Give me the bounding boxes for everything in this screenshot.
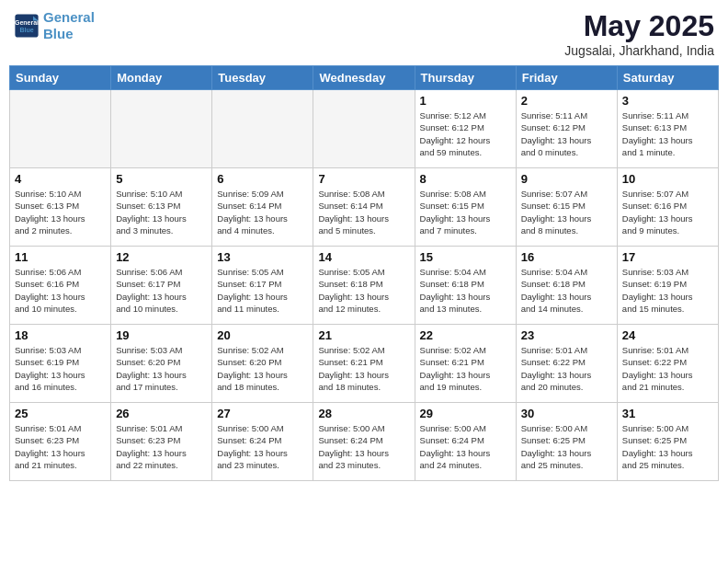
day-number: 24 — [622, 328, 713, 342]
day-number: 25 — [15, 407, 106, 420]
calendar-cell: 4Sunrise: 5:10 AM Sunset: 6:13 PM Daylig… — [10, 168, 111, 247]
day-info: Sunrise: 5:01 AM Sunset: 6:23 PM Dayligh… — [116, 422, 207, 471]
calendar-cell — [313, 90, 415, 168]
calendar-cell: 13Sunrise: 5:05 AM Sunset: 6:17 PM Dayli… — [212, 247, 313, 325]
day-number: 4 — [15, 172, 106, 186]
weekday-header-monday: Monday — [111, 66, 212, 90]
day-info: Sunrise: 5:11 AM Sunset: 6:13 PM Dayligh… — [622, 109, 713, 158]
day-number: 2 — [521, 94, 612, 108]
day-info: Sunrise: 5:11 AM Sunset: 6:12 PM Dayligh… — [521, 109, 612, 158]
calendar-cell — [212, 90, 313, 168]
day-number: 1 — [420, 94, 511, 108]
calendar-cell: 23Sunrise: 5:01 AM Sunset: 6:22 PM Dayli… — [516, 325, 617, 403]
calendar-cell: 1Sunrise: 5:12 AM Sunset: 6:12 PM Daylig… — [415, 90, 516, 168]
calendar-cell: 24Sunrise: 5:01 AM Sunset: 6:22 PM Dayli… — [617, 325, 718, 403]
weekday-header-friday: Friday — [516, 66, 617, 90]
day-number: 6 — [217, 172, 308, 186]
day-number: 27 — [217, 407, 308, 420]
day-info: Sunrise: 5:03 AM Sunset: 6:20 PM Dayligh… — [116, 344, 207, 393]
day-number: 9 — [521, 172, 612, 186]
calendar-cell: 9Sunrise: 5:07 AM Sunset: 6:15 PM Daylig… — [516, 168, 617, 247]
week-row-3: 11Sunrise: 5:06 AM Sunset: 6:16 PM Dayli… — [10, 247, 719, 325]
day-info: Sunrise: 5:08 AM Sunset: 6:15 PM Dayligh… — [420, 188, 511, 236]
day-info: Sunrise: 5:06 AM Sunset: 6:17 PM Dayligh… — [116, 266, 207, 315]
calendar-cell: 14Sunrise: 5:05 AM Sunset: 6:18 PM Dayli… — [313, 247, 415, 325]
calendar-cell: 10Sunrise: 5:07 AM Sunset: 6:16 PM Dayli… — [617, 168, 718, 247]
calendar-cell: 12Sunrise: 5:06 AM Sunset: 6:17 PM Dayli… — [111, 247, 212, 325]
day-number: 23 — [521, 328, 612, 342]
day-number: 14 — [318, 250, 409, 264]
day-info: Sunrise: 5:00 AM Sunset: 6:24 PM Dayligh… — [420, 422, 511, 471]
weekday-header-thursday: Thursday — [415, 66, 516, 90]
day-info: Sunrise: 5:02 AM Sunset: 6:21 PM Dayligh… — [318, 344, 409, 393]
weekday-header-wednesday: Wednesday — [313, 66, 415, 90]
day-info: Sunrise: 5:01 AM Sunset: 6:23 PM Dayligh… — [15, 422, 106, 471]
calendar-cell: 5Sunrise: 5:10 AM Sunset: 6:13 PM Daylig… — [111, 168, 212, 247]
day-number: 17 — [622, 250, 713, 264]
day-number: 18 — [15, 328, 106, 342]
day-number: 21 — [318, 328, 409, 342]
day-number: 19 — [116, 328, 207, 342]
logo: General Blue GeneralBlue — [14, 9, 95, 42]
day-info: Sunrise: 5:03 AM Sunset: 6:19 PM Dayligh… — [622, 266, 713, 315]
day-info: Sunrise: 5:00 AM Sunset: 6:24 PM Dayligh… — [217, 422, 308, 471]
calendar-cell: 22Sunrise: 5:02 AM Sunset: 6:21 PM Dayli… — [415, 325, 516, 403]
day-number: 10 — [622, 172, 713, 186]
logo-text: GeneralBlue — [43, 9, 95, 42]
logo-icon: General Blue — [14, 13, 40, 39]
title-block: May 2025 Jugsalai, Jharkhand, India — [564, 9, 714, 58]
calendar-cell: 8Sunrise: 5:08 AM Sunset: 6:15 PM Daylig… — [415, 168, 516, 247]
day-info: Sunrise: 5:06 AM Sunset: 6:16 PM Dayligh… — [15, 266, 106, 315]
calendar-cell: 28Sunrise: 5:00 AM Sunset: 6:24 PM Dayli… — [313, 403, 415, 481]
page-header: General Blue GeneralBlue May 2025 Jugsal… — [9, 9, 719, 58]
calendar-cell — [10, 90, 111, 168]
day-info: Sunrise: 5:02 AM Sunset: 6:21 PM Dayligh… — [420, 344, 511, 393]
day-info: Sunrise: 5:07 AM Sunset: 6:15 PM Dayligh… — [521, 188, 612, 236]
weekday-header-row: SundayMondayTuesdayWednesdayThursdayFrid… — [10, 66, 719, 90]
day-info: Sunrise: 5:00 AM Sunset: 6:25 PM Dayligh… — [521, 422, 612, 471]
calendar-cell: 7Sunrise: 5:08 AM Sunset: 6:14 PM Daylig… — [313, 168, 415, 247]
calendar-cell: 30Sunrise: 5:00 AM Sunset: 6:25 PM Dayli… — [516, 403, 617, 481]
location: Jugsalai, Jharkhand, India — [564, 43, 714, 58]
day-number: 26 — [116, 407, 207, 420]
calendar-cell: 17Sunrise: 5:03 AM Sunset: 6:19 PM Dayli… — [617, 247, 718, 325]
calendar-cell: 18Sunrise: 5:03 AM Sunset: 6:19 PM Dayli… — [10, 325, 111, 403]
day-number: 12 — [116, 250, 207, 264]
day-number: 29 — [420, 407, 511, 420]
calendar-cell: 21Sunrise: 5:02 AM Sunset: 6:21 PM Dayli… — [313, 325, 415, 403]
day-number: 20 — [217, 328, 308, 342]
day-info: Sunrise: 5:12 AM Sunset: 6:12 PM Dayligh… — [420, 109, 511, 158]
day-info: Sunrise: 5:00 AM Sunset: 6:25 PM Dayligh… — [622, 422, 713, 471]
day-number: 13 — [217, 250, 308, 264]
day-info: Sunrise: 5:04 AM Sunset: 6:18 PM Dayligh… — [420, 266, 511, 315]
weekday-header-sunday: Sunday — [10, 66, 111, 90]
weekday-header-tuesday: Tuesday — [212, 66, 313, 90]
day-info: Sunrise: 5:10 AM Sunset: 6:13 PM Dayligh… — [116, 188, 207, 236]
calendar-cell: 20Sunrise: 5:02 AM Sunset: 6:20 PM Dayli… — [212, 325, 313, 403]
day-number: 11 — [15, 250, 106, 264]
day-number: 16 — [521, 250, 612, 264]
month-title: May 2025 — [564, 9, 714, 43]
week-row-2: 4Sunrise: 5:10 AM Sunset: 6:13 PM Daylig… — [10, 168, 719, 247]
calendar-cell: 26Sunrise: 5:01 AM Sunset: 6:23 PM Dayli… — [111, 403, 212, 481]
day-number: 5 — [116, 172, 207, 186]
calendar-cell: 16Sunrise: 5:04 AM Sunset: 6:18 PM Dayli… — [516, 247, 617, 325]
day-info: Sunrise: 5:07 AM Sunset: 6:16 PM Dayligh… — [622, 188, 713, 236]
day-number: 3 — [622, 94, 713, 108]
day-info: Sunrise: 5:05 AM Sunset: 6:17 PM Dayligh… — [217, 266, 308, 315]
week-row-5: 25Sunrise: 5:01 AM Sunset: 6:23 PM Dayli… — [10, 403, 719, 481]
day-info: Sunrise: 5:02 AM Sunset: 6:20 PM Dayligh… — [217, 344, 308, 393]
day-number: 31 — [622, 407, 713, 420]
week-row-1: 1Sunrise: 5:12 AM Sunset: 6:12 PM Daylig… — [10, 90, 719, 168]
calendar-cell: 3Sunrise: 5:11 AM Sunset: 6:13 PM Daylig… — [617, 90, 718, 168]
day-number: 22 — [420, 328, 511, 342]
day-info: Sunrise: 5:05 AM Sunset: 6:18 PM Dayligh… — [318, 266, 409, 315]
day-info: Sunrise: 5:09 AM Sunset: 6:14 PM Dayligh… — [217, 188, 308, 236]
calendar-cell: 6Sunrise: 5:09 AM Sunset: 6:14 PM Daylig… — [212, 168, 313, 247]
day-number: 8 — [420, 172, 511, 186]
day-number: 28 — [318, 407, 409, 420]
calendar-cell: 15Sunrise: 5:04 AM Sunset: 6:18 PM Dayli… — [415, 247, 516, 325]
day-number: 7 — [318, 172, 409, 186]
day-number: 15 — [420, 250, 511, 264]
calendar-cell: 11Sunrise: 5:06 AM Sunset: 6:16 PM Dayli… — [10, 247, 111, 325]
